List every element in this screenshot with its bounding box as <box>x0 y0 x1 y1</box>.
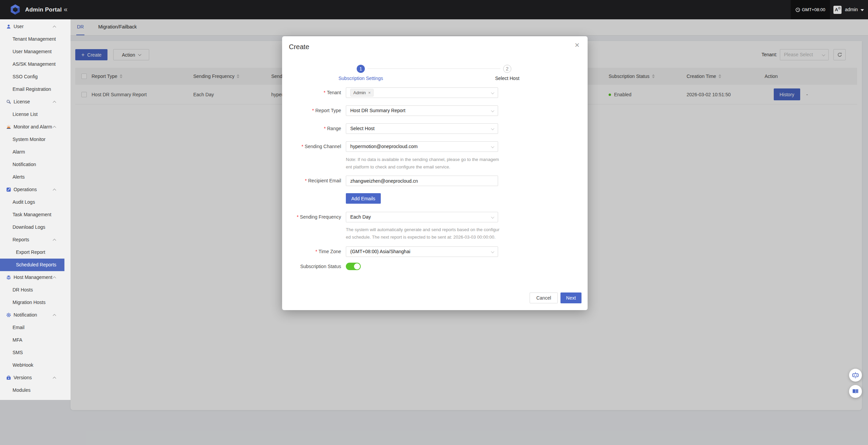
sidebar-item-tenant-management[interactable]: Tenant Management <box>0 33 64 45</box>
sidebar-item-task-management[interactable]: Task Management <box>0 208 64 221</box>
user-caret-icon[interactable] <box>861 9 864 11</box>
sidebar-item-email-registration[interactable]: Email Registration <box>0 83 64 96</box>
documentation-fab[interactable] <box>849 385 862 398</box>
sending-channel-select[interactable]: hypermotion@oneprocloud.com <box>346 141 498 152</box>
sidebar-item-webhook[interactable]: WebHook <box>0 359 64 371</box>
report-type-label: *Report Type <box>282 105 341 116</box>
sidebar-item-system-monitor[interactable]: System Monitor <box>0 133 64 146</box>
required-asterisk: * <box>324 90 326 95</box>
chevron-up-icon <box>53 101 56 104</box>
tenant-tag: Admin× <box>350 89 374 97</box>
sidebar-menu: UserTenant ManagementUser ManagementAS/S… <box>0 20 71 397</box>
sidebar-item-scheduled-reports[interactable]: Scheduled Reports <box>0 259 64 271</box>
sidebar-item-label: WebHook <box>13 362 33 368</box>
sidebar-item-notification[interactable]: Notification <box>0 158 64 171</box>
chevron-up-icon <box>53 189 56 192</box>
step-1-circle: 1 <box>357 65 365 73</box>
sidebar-item-monitor-and-alarm[interactable]: Monitor and Alarm <box>0 121 64 133</box>
sidebar-item-label: License List <box>13 112 38 117</box>
add-emails-button[interactable]: Add Emails <box>346 193 381 204</box>
app-logo-icon <box>9 4 21 15</box>
sidebar-item-label: System Monitor <box>13 137 45 142</box>
sidebar-collapse-icon[interactable]: « <box>64 0 67 19</box>
book-icon <box>852 388 859 395</box>
sidebar-item-label: Scheduled Reports <box>16 262 56 267</box>
sidebar-item-label: MFA <box>13 337 22 343</box>
sidebar-item-user[interactable]: User <box>0 20 64 33</box>
sidebar-item-label: Download Logs <box>13 224 45 230</box>
sidebar-item-mfa[interactable]: MFA <box>0 334 64 346</box>
time-zone-label: *Time Zone <box>282 246 341 257</box>
sidebar-item-download-logs[interactable]: Download Logs <box>0 221 64 234</box>
subscription-status-toggle[interactable] <box>346 263 361 270</box>
sidebar-item-label: Alarm <box>13 149 25 155</box>
sidebar-item-label: Alerts <box>13 174 25 180</box>
sidebar-item-alerts[interactable]: Alerts <box>0 171 64 183</box>
sidebar-item-label: DR Hosts <box>13 287 33 292</box>
sidebar-item-migration-hosts[interactable]: Migration Hosts <box>0 296 64 309</box>
recipient-email-input[interactable] <box>346 176 498 186</box>
sidebar-item-sms[interactable]: SMS <box>0 346 64 359</box>
sidebar-item-label: AS/SK Management <box>13 61 56 67</box>
next-button[interactable]: Next <box>560 292 581 303</box>
time-zone-select[interactable]: (GMT+08:00) Asia/Shanghai <box>346 246 498 257</box>
sidebar-item-reports[interactable]: Reports <box>0 234 64 246</box>
sending-frequency-hint: The system will automatically generate a… <box>346 226 501 241</box>
timezone-badge[interactable]: GMT+08:00 <box>791 0 830 19</box>
sidebar-item-email[interactable]: Email <box>0 321 64 334</box>
sidebar-item-label: Audit Logs <box>13 199 35 205</box>
chevron-up-icon <box>53 239 56 242</box>
sidebar-item-modules[interactable]: Modules <box>0 384 64 397</box>
sidebar-item-export-report[interactable]: Export Report <box>0 246 64 259</box>
sidebar-item-label: Versions <box>14 375 32 380</box>
sending-frequency-label: *Sending Frequency <box>282 212 341 222</box>
sidebar-item-audit-logs[interactable]: Audit Logs <box>0 196 64 208</box>
tag-close-icon[interactable]: × <box>368 89 371 96</box>
sidebar-item-host-management[interactable]: Host Management <box>0 271 64 284</box>
license-icon <box>6 99 11 104</box>
modal-title: Create <box>289 43 309 51</box>
sidebar-item-label: Task Management <box>13 212 51 217</box>
range-label: *Range <box>282 123 341 134</box>
sidebar-item-label: Notification <box>13 162 36 167</box>
language-switch-icon[interactable]: A <box>833 6 842 14</box>
chevron-up-icon <box>53 277 56 280</box>
sidebar-item-versions[interactable]: Versions <box>0 371 64 384</box>
tenant-select[interactable]: Admin× <box>346 87 498 98</box>
close-icon[interactable]: × <box>575 41 579 49</box>
sidebar-item-user-management[interactable]: User Management <box>0 45 64 58</box>
sidebar-item-as-sk-management[interactable]: AS/SK Management <box>0 58 64 70</box>
range-select[interactable]: Select Host <box>346 123 498 134</box>
gear-icon <box>6 312 11 318</box>
report-type-select[interactable]: Host DR Summary Report <box>346 105 498 116</box>
required-asterisk: * <box>301 144 303 149</box>
sidebar-item-dr-hosts[interactable]: DR Hosts <box>0 284 64 296</box>
sidebar-item-license-list[interactable]: License List <box>0 108 64 121</box>
sidebar-item-alarm[interactable]: Alarm <box>0 146 64 158</box>
robot-icon <box>852 371 859 379</box>
sidebar-item-label: SSO Config <box>13 74 38 79</box>
sidebar-item-license[interactable]: License <box>0 96 64 108</box>
cancel-button[interactable]: Cancel <box>530 292 558 303</box>
sidebar-item-operations[interactable]: Operations <box>0 183 64 196</box>
chevron-up-icon <box>53 314 56 318</box>
sending-frequency-select[interactable]: Each Day <box>346 212 498 222</box>
required-asterisk: * <box>324 126 326 131</box>
admin-portal-app: DR Migration/Failback + Create Action Te… <box>0 0 868 445</box>
sidebar-item-label: User <box>14 24 24 29</box>
chevron-down-icon <box>491 127 494 130</box>
assistant-fab[interactable] <box>849 369 862 382</box>
chevron-down-icon <box>491 91 494 94</box>
operations-icon <box>6 187 11 192</box>
sending-channel-note: Note: If no data is available in the sen… <box>346 156 501 171</box>
sidebar-item-sso-config[interactable]: SSO Config <box>0 70 64 83</box>
step-1-label: Subscription Settings <box>320 76 401 81</box>
user-menu[interactable]: admin <box>845 0 858 19</box>
sidebar-item-label: Migration Hosts <box>13 300 45 305</box>
sidebar-item-notification[interactable]: Notification <box>0 309 64 321</box>
step-2-circle: 2 <box>503 65 511 73</box>
clock-icon <box>795 7 800 12</box>
sidebar-item-label: Operations <box>14 187 37 192</box>
chevron-up-icon <box>53 377 56 380</box>
sidebar-item-label: Host Management <box>14 275 52 280</box>
